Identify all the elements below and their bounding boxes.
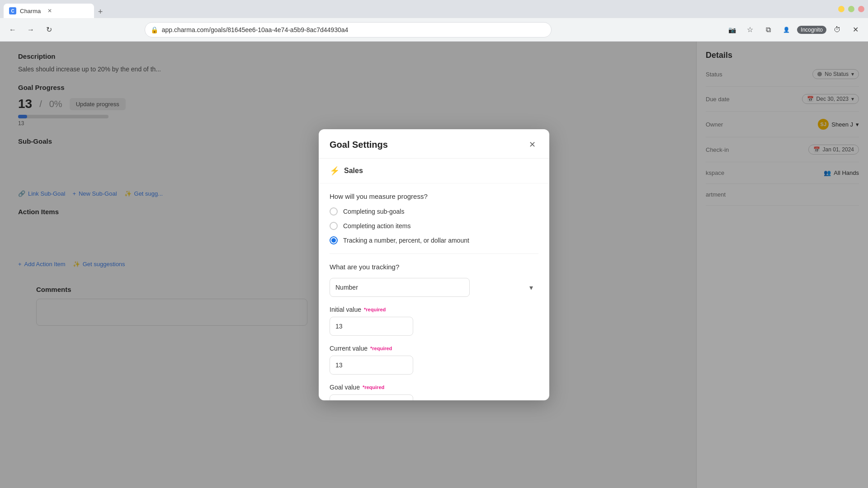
goal-name: Sales: [344, 167, 363, 175]
option-tracking-label: Tracking a number, percent, or dollar am…: [343, 237, 469, 244]
radio-action-items[interactable]: [330, 222, 338, 230]
tracking-section: What are you tracking? Number Percent Do…: [319, 254, 549, 400]
browser-titlebar: C Charma ✕ +: [0, 0, 868, 18]
tracking-select-wrapper: Number Percent Dollar amount ▾: [330, 278, 538, 297]
goal-required-badge: *required: [363, 385, 384, 390]
option-tracking[interactable]: Tracking a number, percent, or dollar am…: [330, 236, 538, 244]
modal-title: Goal Settings: [330, 140, 388, 150]
goal-value-label: Goal value *required: [330, 384, 538, 391]
browser-frame: C Charma ✕ + ← → ↻ 🔒 app.charma.com/goal…: [0, 0, 868, 488]
current-value-group: Current value *required: [330, 345, 538, 375]
initial-value-group: Initial value *required: [330, 306, 538, 336]
close-panel-button[interactable]: ✕: [848, 23, 863, 37]
camera-off-icon[interactable]: 📷: [725, 23, 739, 37]
sidebar-toggle-icon[interactable]: ⧉: [761, 23, 775, 37]
radio-tracking[interactable]: [330, 236, 338, 244]
option-action-items[interactable]: Completing action items: [330, 222, 538, 230]
tab-close-button[interactable]: ✕: [46, 7, 53, 14]
page-content: Description Sales should increase up to …: [0, 42, 868, 488]
current-value-input[interactable]: [330, 356, 413, 375]
radio-sub-goals[interactable]: [330, 207, 338, 216]
measure-progress-section: How will you measure progress? Completin…: [319, 183, 549, 253]
initial-value-input[interactable]: [330, 317, 413, 336]
address-bar[interactable]: 🔒 app.charma.com/goals/81645ee6-10aa-4e7…: [145, 22, 552, 38]
measure-options: Completing sub-goals Completing action i…: [330, 207, 538, 244]
maximize-button[interactable]: [848, 6, 854, 12]
modal-close-button[interactable]: ✕: [526, 138, 538, 151]
new-tab-button[interactable]: +: [94, 5, 107, 18]
option-sub-goals[interactable]: Completing sub-goals: [330, 207, 538, 216]
history-button[interactable]: ⏱: [830, 23, 844, 37]
initial-required-badge: *required: [364, 307, 386, 312]
tab-bar: C Charma ✕ +: [4, 0, 107, 18]
browser-action-icons: 📷 ☆ ⧉ 👤 Incognito ⏱ ✕: [725, 23, 863, 37]
tracking-type-select[interactable]: Number Percent Dollar amount: [330, 278, 470, 297]
forward-button[interactable]: →: [24, 23, 38, 37]
close-window-button[interactable]: [858, 6, 864, 12]
goal-settings-modal: Goal Settings ✕ ⚡ Sales How will you mea…: [319, 129, 549, 400]
browser-nav: ← → ↻ 🔒 app.charma.com/goals/81645ee6-10…: [0, 18, 868, 42]
url-text: app.charma.com/goals/81645ee6-10aa-4e74-…: [162, 26, 349, 33]
goal-lightning-icon: ⚡: [330, 166, 340, 176]
current-value-label: Current value *required: [330, 345, 538, 352]
bookmark-icon[interactable]: ☆: [743, 23, 757, 37]
initial-value-label: Initial value *required: [330, 306, 538, 313]
tracking-question: What are you tracking?: [330, 263, 538, 271]
option-action-items-label: Completing action items: [343, 222, 410, 230]
current-required-badge: *required: [370, 346, 392, 351]
modal-header: Goal Settings ✕: [319, 129, 549, 159]
goal-header: ⚡ Sales: [319, 159, 549, 183]
measure-question: How will you measure progress?: [330, 192, 538, 200]
tab-title: Charma: [20, 8, 41, 14]
refresh-button[interactable]: ↻: [42, 23, 56, 37]
active-tab[interactable]: C Charma ✕: [4, 4, 94, 18]
select-arrow-icon: ▾: [529, 283, 533, 292]
back-button[interactable]: ←: [5, 23, 20, 37]
goal-value-group: Goal value *required: [330, 384, 538, 400]
modal-body: ⚡ Sales How will you measure progress? C…: [319, 159, 549, 400]
tab-favicon: C: [9, 7, 16, 14]
option-sub-goals-label: Completing sub-goals: [343, 208, 404, 215]
profile-icon[interactable]: 👤: [779, 23, 793, 37]
minimize-button[interactable]: [838, 6, 844, 12]
incognito-badge: Incognito: [797, 26, 826, 34]
goal-value-input[interactable]: [330, 394, 413, 400]
